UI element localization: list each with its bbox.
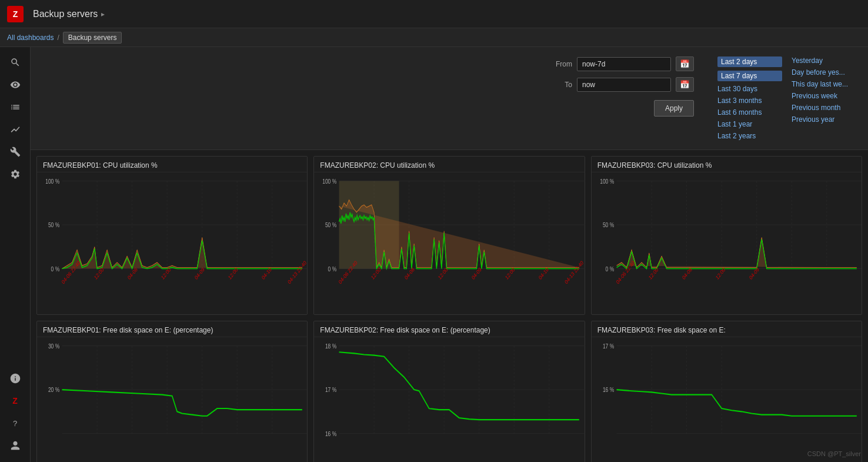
quick-last-2-years[interactable]: Last 2 years (717, 132, 782, 140)
breadcrumb-current: Backup servers (63, 32, 122, 44)
quick-last-6-months[interactable]: Last 6 months (717, 108, 782, 117)
svg-text:50 %: 50 % (603, 221, 615, 228)
sidebar-item-search[interactable] (4, 52, 27, 73)
chart-cpu-1-title: FMAZUREBKP01: CPU utilization % (37, 157, 307, 172)
svg-text:0 %: 0 % (328, 265, 337, 272)
time-fields: From 📅 To 📅 Apply (553, 56, 694, 117)
from-calendar-button[interactable]: 📅 (676, 56, 694, 71)
svg-text:100 %: 100 % (45, 178, 59, 185)
quick-yesterday[interactable]: Yesterday (792, 56, 856, 65)
watermark: CSDN @PT_silver (807, 450, 861, 457)
svg-text:18 %: 18 % (325, 343, 337, 350)
charts-grid: FMAZUREBKP01: CPU utilization % 100 % 50… (31, 150, 868, 462)
sidebar-item-zabbix-z[interactable]: Z (4, 390, 27, 411)
chart-disk-2-title: FMAZUREBKP02: Free disk space on E: (per… (314, 321, 584, 337)
svg-text:04-13 22:40: 04-13 22:40 (287, 260, 308, 285)
sidebar-item-graphs[interactable] (4, 119, 27, 140)
chart-cpu-3: FMAZUREBKP03: CPU utilization % 100 % 50… (591, 156, 862, 315)
quick-previous-week[interactable]: Previous week (792, 92, 856, 100)
to-input[interactable] (577, 78, 671, 92)
main-layout: Z ? From 📅 To 📅 (0, 47, 868, 462)
from-label: From (553, 60, 572, 68)
chart-cpu-1: FMAZUREBKP01: CPU utilization % 100 % 50… (36, 156, 308, 315)
sidebar: Z ? (0, 47, 31, 462)
quick-last-2-days[interactable]: Last 2 days (717, 56, 782, 67)
to-calendar-button[interactable]: 📅 (676, 77, 694, 92)
quick-this-day-last-week[interactable]: This day last we... (792, 80, 856, 88)
chart-cpu-2: FMAZUREBKP02: CPU utilization % 100 % 50… (313, 156, 585, 315)
app-logo: Z (7, 6, 24, 22)
breadcrumb-all-dashboards[interactable]: All dashboards (7, 34, 54, 42)
quick-last-30-days[interactable]: Last 30 days (717, 85, 782, 93)
chart-disk-3-title: FMAZUREBKP03: Free disk space on E: (592, 321, 862, 337)
quick-col-1: Last 2 days Last 7 days Last 30 days Las… (717, 56, 782, 140)
quick-day-before-yesterday[interactable]: Day before yes... (792, 68, 856, 77)
sidebar-item-list[interactable] (4, 97, 27, 118)
chart-cpu-3-body: 100 % 50 % 0 % 04-06 22:40 12:00 04- (592, 172, 862, 313)
svg-text:12:00: 12:00 (647, 266, 659, 281)
breadcrumb: All dashboards / Backup servers (0, 28, 868, 47)
time-picker-panel: From 📅 To 📅 Apply Last 2 days Last 7 day… (31, 47, 868, 150)
chart-disk-1-title: FMAZUREBKP01: Free disk space on E: (per… (37, 321, 307, 337)
svg-text:17 %: 17 % (325, 386, 337, 393)
svg-text:16 %: 16 % (325, 430, 337, 437)
svg-text:100 %: 100 % (600, 178, 614, 185)
chart-disk-2: FMAZUREBKP02: Free disk space on E: (per… (313, 321, 585, 462)
sidebar-item-settings[interactable] (4, 164, 27, 185)
svg-text:0 %: 0 % (605, 265, 614, 272)
sidebar-item-tools[interactable] (4, 141, 27, 162)
sidebar-item-support[interactable] (4, 368, 27, 389)
content-area: From 📅 To 📅 Apply Last 2 days Last 7 day… (31, 47, 868, 462)
svg-text:04-06 22:40: 04-06 22:40 (615, 260, 636, 285)
sidebar-bottom: Z ? (4, 368, 27, 462)
page-title: Backup servers (33, 9, 98, 19)
apply-button[interactable]: Apply (654, 100, 694, 117)
chart-disk-2-body: 18 % 17 % 16 % (314, 337, 584, 462)
svg-text:100 %: 100 % (322, 178, 336, 185)
sidebar-item-user[interactable] (4, 435, 27, 456)
to-row: To 📅 (553, 77, 694, 92)
sidebar-item-monitoring[interactable] (4, 74, 27, 95)
quick-last-3-months[interactable]: Last 3 months (717, 97, 782, 105)
svg-text:04-13 22:40: 04-13 22:40 (564, 260, 585, 285)
quick-last-1-year[interactable]: Last 1 year (717, 120, 782, 128)
svg-text:30 %: 30 % (48, 343, 60, 350)
from-row: From 📅 (553, 56, 694, 71)
quick-previous-month[interactable]: Previous month (792, 104, 856, 112)
breadcrumb-separator: / (57, 34, 59, 42)
svg-text:16 %: 16 % (603, 386, 615, 393)
sidebar-item-help[interactable]: ? (4, 413, 27, 434)
svg-text:17 %: 17 % (603, 343, 615, 350)
chart-disk-3: FMAZUREBKP03: Free disk space on E: 17 %… (591, 321, 862, 462)
quick-last-7-days[interactable]: Last 7 days (717, 71, 782, 81)
chart-disk-3-body: 17 % 16 % (592, 337, 862, 462)
chart-cpu-1-body: 100 % 50 % 0 % (37, 172, 307, 313)
svg-text:0 %: 0 % (51, 265, 60, 272)
topbar: Z Backup servers ▸ (0, 0, 868, 28)
chart-disk-1: FMAZUREBKP01: Free disk space on E: (per… (36, 321, 308, 462)
chart-cpu-2-body: 100 % 50 % 0 % (314, 172, 584, 313)
svg-text:50 %: 50 % (325, 221, 337, 228)
chart-cpu-3-title: FMAZUREBKP03: CPU utilization % (592, 157, 862, 172)
quick-previous-year[interactable]: Previous year (792, 115, 856, 124)
svg-text:20 %: 20 % (48, 386, 60, 393)
svg-text:50 %: 50 % (48, 221, 60, 228)
quick-col-2: Yesterday Day before yes... This day las… (792, 56, 856, 140)
from-input[interactable] (577, 57, 671, 71)
chart-cpu-2-title: FMAZUREBKP02: CPU utilization % (314, 157, 584, 172)
chart-disk-1-body: 30 % 20 % (37, 337, 307, 462)
to-label: To (553, 81, 572, 89)
cursor-indicator: ▸ (101, 10, 105, 18)
quick-ranges: Last 2 days Last 7 days Last 30 days Las… (717, 56, 856, 140)
